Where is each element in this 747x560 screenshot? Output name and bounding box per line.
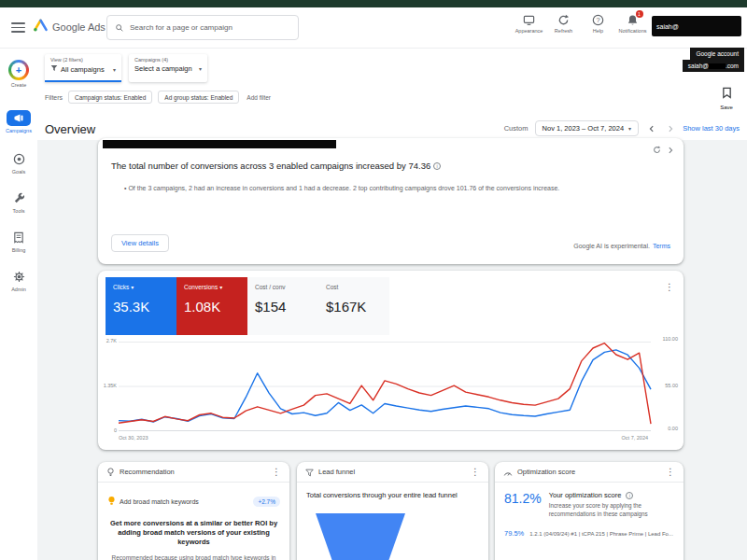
chevron-down-icon: [219, 284, 222, 290]
insight-carousel-controls: [653, 141, 674, 158]
info-icon[interactable]: i: [626, 492, 633, 499]
next-period-button[interactable]: [664, 122, 676, 134]
show-last-30-days-link[interactable]: Show last 30 days: [683, 124, 740, 133]
search-icon: [115, 20, 124, 36]
notifications-button[interactable]: 1 Notifications: [617, 13, 648, 34]
info-icon[interactable]: i: [433, 162, 441, 170]
refresh-insight-icon[interactable]: [653, 141, 661, 158]
optimization-score-value: 81.2%: [504, 491, 542, 506]
recommendation-headline: Get more conversions at a similar or bet…: [107, 519, 280, 547]
chevron-right-icon[interactable]: [667, 141, 674, 158]
bookmark-icon: [722, 86, 732, 103]
filter-chip-campaign-status[interactable]: Campaign status: Enabled: [68, 91, 152, 104]
create-plus-icon: +: [8, 60, 29, 80]
metric-tile-cost[interactable]: Cost $167K: [318, 277, 389, 335]
svg-text:?: ?: [596, 16, 599, 24]
y-axis-right-tick: 0.00: [668, 426, 678, 431]
funnel-icon: [305, 464, 314, 481]
date-range-dropdown[interactable]: Nov 1, 2023 – Oct 7, 2024: [535, 120, 640, 136]
date-range-controls: Custom Nov 1, 2023 – Oct 7, 2024 Show la…: [504, 120, 740, 136]
refresh-icon: [557, 13, 571, 26]
recommendation-body: Recommended because using broad match ty…: [107, 553, 280, 560]
metric-tile-clicks[interactable]: Clicks 35.3K: [106, 277, 176, 335]
card-more-options-icon[interactable]: [471, 468, 480, 477]
header-actions: Appearance Refresh ? Help 1 Notificati: [514, 13, 648, 34]
insight-detail: Of the 3 campaigns, 2 had an increase in…: [124, 184, 666, 193]
sidebar-item-tools[interactable]: Tools: [0, 190, 37, 214]
funnel-subtitle: Total conversions through your entire le…: [306, 491, 479, 500]
custom-label: Custom: [504, 124, 529, 133]
left-nav: + Create Campaigns Goals Tools Billing: [0, 49, 37, 560]
tooltip-email: saiah@.com: [683, 60, 744, 72]
metric-tile-cost-per-conv[interactable]: Cost / conv $154: [247, 277, 318, 335]
performance-chart-card: Clicks 35.3K Conversions 1.08K Cost / co…: [98, 271, 684, 450]
x-axis-start-label: Oct 30, 2023: [119, 435, 148, 441]
metric-tiles: Clicks 35.3K Conversions 1.08K Cost / co…: [106, 277, 389, 335]
bell-icon: 1: [627, 13, 640, 26]
sidebar-item-campaigns[interactable]: Campaigns: [0, 110, 37, 133]
add-filter-button[interactable]: Add filter: [247, 94, 271, 101]
account-avatar[interactable]: saiah@: [652, 16, 741, 36]
search-input[interactable]: [130, 23, 290, 32]
terms-link[interactable]: Terms: [653, 243, 670, 249]
menu-icon[interactable]: [11, 22, 25, 33]
page-title: Overview: [45, 122, 95, 136]
filter-chip-adgroup-status[interactable]: Ad group status: Enabled: [158, 91, 239, 104]
sidebar-item-create[interactable]: + Create: [0, 60, 37, 88]
help-button[interactable]: ? Help: [583, 13, 613, 34]
insight-headline: The total number of conversions across 3…: [111, 161, 662, 171]
time-series-chart[interactable]: [119, 342, 651, 431]
notification-badge: 1: [636, 10, 643, 18]
google-ads-logo[interactable]: Google Ads: [34, 19, 106, 35]
redaction-block: [709, 63, 726, 69]
tooltip-title: Google account: [690, 48, 744, 60]
y-axis-left-tick: 2.7K: [101, 338, 117, 343]
view-details-button[interactable]: View details: [111, 234, 169, 252]
chevron-down-icon: [199, 64, 202, 73]
gauge-icon: [503, 464, 513, 481]
card-more-options-icon[interactable]: [272, 468, 281, 477]
filters-bar: Filters Campaign status: Enabled Ad grou…: [45, 91, 271, 104]
appearance-button[interactable]: Appearance: [514, 13, 544, 34]
app-name: Google Ads: [52, 21, 106, 33]
ads-triangle-icon: [34, 19, 48, 35]
wrench-icon: [13, 190, 25, 206]
insight-footer: Google AI is experimental.Terms: [573, 243, 670, 249]
recommendation-card: Recommendation Add broad match keywords …: [98, 462, 289, 560]
x-axis-end-label: Oct 7, 2024: [622, 435, 648, 441]
chevron-down-icon: [113, 65, 116, 74]
view-filter-dropdown[interactable]: View (2 filters) All campaigns: [45, 54, 121, 82]
previous-period-button[interactable]: [645, 122, 657, 134]
global-search[interactable]: [106, 15, 299, 40]
filter-funnel-icon: [50, 64, 58, 74]
campaign-select-dropdown[interactable]: Campaigns (4) Select a campaign: [129, 54, 207, 82]
chevron-down-icon: [628, 124, 631, 133]
sidebar-item-goals[interactable]: Goals: [0, 151, 37, 175]
sidebar-item-admin[interactable]: Admin: [0, 269, 37, 292]
y-axis-right-tick: 110.00: [663, 336, 678, 342]
y-axis-right-tick: 55.00: [665, 383, 678, 388]
sidebar-item-billing[interactable]: Billing: [0, 230, 37, 253]
save-button[interactable]: Save: [715, 86, 738, 110]
target-icon: [13, 151, 25, 167]
card-more-options-icon[interactable]: [666, 468, 675, 477]
chevron-down-icon: [131, 284, 134, 290]
optimization-headline: Your optimization scorei: [549, 491, 674, 499]
metric-tile-conversions[interactable]: Conversions 1.08K: [176, 277, 247, 335]
gear-icon: [13, 269, 25, 285]
browser-top-strip: [0, 0, 747, 7]
lightbulb-icon: [107, 493, 116, 510]
chart-more-options-icon[interactable]: [665, 283, 674, 292]
funnel-chart[interactable]: [310, 513, 422, 560]
recommendation-chip[interactable]: Add broad match keywords +2.7%: [107, 493, 280, 510]
appearance-icon: [523, 13, 536, 26]
campaign-score-row[interactable]: 79.5% 1.2.1 (04/09/24) #1 | tCPA 215 | P…: [504, 529, 674, 538]
campaigns-megaphone-icon: [7, 110, 31, 126]
lead-funnel-card: Lead funnel Total conversions through yo…: [297, 462, 488, 560]
receipt-icon: [13, 230, 24, 245]
app-header: Google Ads Appearance Refresh: [0, 7, 747, 49]
ai-insight-card: The total number of conversions across 3…: [98, 138, 684, 264]
optimization-score-card: Optimization score 81.2% Your optimizati…: [495, 462, 684, 560]
redaction-bar: [103, 140, 336, 148]
refresh-button[interactable]: Refresh: [548, 13, 579, 34]
